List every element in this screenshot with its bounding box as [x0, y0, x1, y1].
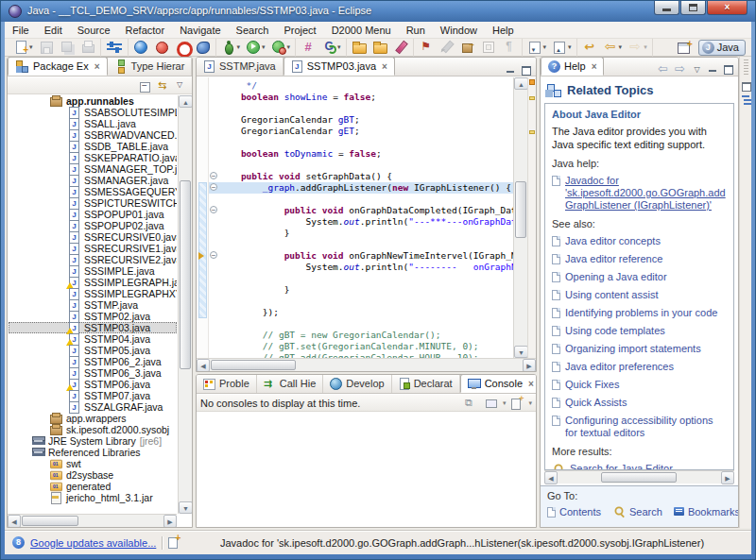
save-button[interactable]	[36, 38, 57, 57]
tab-help[interactable]: ? Help ×	[541, 57, 604, 76]
tree-item-ssmanager-java[interactable]: SSMANAGER.java	[9, 175, 177, 186]
code-area[interactable]: */ boolean showLine = false; GregorianCa…	[209, 77, 513, 358]
d2000-red-button[interactable]	[151, 38, 172, 57]
see-also-link-using-code-templates[interactable]: Using code templates	[552, 325, 727, 337]
display-selected-console-icon[interactable]	[483, 396, 499, 410]
tree-item-sssimplegraph-java[interactable]: SSSIMPLEGRAPH.java	[9, 277, 177, 288]
scroll-left-icon[interactable]: ◀	[8, 515, 21, 528]
tree-item-sspopup01-java[interactable]: SSPOPUP01.java	[9, 209, 177, 220]
fold-marker-icon[interactable]: −	[209, 205, 219, 216]
tree-item-app-runnables[interactable]: app.runnables	[9, 95, 177, 107]
scroll-right-icon[interactable]: ▶	[163, 515, 177, 528]
scroll-right-icon[interactable]: ▶	[523, 359, 536, 372]
new-wizard-button[interactable]: ▾	[10, 38, 36, 57]
tree-item-swt[interactable]: swt	[9, 458, 177, 469]
tree-item-sstmp-java[interactable]: SSTMP.java	[9, 299, 177, 311]
tree-horizontal-scrollbar[interactable]: ◀ ▶	[8, 514, 177, 527]
tree-item-generated[interactable]: generated	[9, 481, 177, 492]
debug-button[interactable]: ▾	[218, 38, 244, 57]
overview-ruler[interactable]	[527, 77, 536, 358]
menu-run[interactable]: Run	[399, 23, 433, 38]
tree-item-sstmp06-3-java[interactable]: SSTMP06_3.java	[9, 367, 177, 379]
open-perspective-button[interactable]	[674, 38, 695, 57]
d2000-badge-button[interactable]	[172, 38, 193, 57]
tree-item-sstmp04-java[interactable]: SSTMP04.java	[9, 333, 177, 345]
dropdown-arrow-icon[interactable]: ▾	[619, 43, 623, 51]
d2000-blue-button[interactable]	[193, 38, 214, 57]
see-also-link-java-editor-reference[interactable]: Java editor reference	[552, 253, 727, 265]
dropdown-arrow-icon[interactable]: ▾	[287, 43, 291, 51]
goto-bookmarks[interactable]: Bookmarks	[674, 506, 739, 518]
see-also-link-using-content-assist[interactable]: Using content assist	[552, 289, 727, 301]
minimize-view-icon[interactable]	[707, 63, 719, 75]
google-updates-link[interactable]: Google updates available...	[30, 537, 156, 549]
see-also-link-quick-fixes[interactable]: Quick Fixes	[552, 379, 727, 391]
search-for-java-editor-link[interactable]: Search for Java Editor	[552, 463, 727, 470]
menu-project[interactable]: Project	[276, 23, 323, 38]
tab-package-explorer[interactable]: Package Ex ×	[8, 57, 108, 76]
tree-vertical-scrollbar[interactable]: ▲ ▼	[178, 95, 192, 514]
package-export-button[interactable]	[457, 38, 478, 57]
browser-globe-button[interactable]	[130, 38, 151, 57]
maximize-button[interactable]	[680, 1, 706, 15]
tree-item-jericho-html-3-1-jar[interactable]: jericho_html_3.1.jar	[9, 492, 177, 503]
tree-item-sssimplegraphxy-java[interactable]: SSSIMPLEGRAPHXY.java	[9, 288, 177, 299]
help-horizontal-scrollbar[interactable]: ◀ ▶	[544, 470, 734, 484]
menu-search[interactable]: Search	[229, 23, 277, 38]
tree-item-ssall-java[interactable]: SSALL.java	[9, 118, 177, 129]
tree-item-ssbrwadvanced-java[interactable]: SSBRWADVANCED.java	[9, 129, 177, 141]
scroll-down-icon[interactable]: ▼	[179, 501, 193, 514]
run-external-button[interactable]: ▾	[268, 38, 294, 57]
tree-item-sstmp06-2-java[interactable]: SSTMP06_2.java	[9, 356, 177, 367]
highlighter-button[interactable]	[390, 38, 411, 57]
editor-vertical-scrollbar[interactable]: ▲ ▼	[513, 77, 527, 358]
menu-d2000-menu[interactable]: D2000 Menu	[324, 23, 399, 38]
frame-button[interactable]	[478, 38, 499, 57]
see-also-link-java-editor-preferences[interactable]: Java editor preferences	[552, 361, 727, 373]
new-content-icon[interactable]	[168, 537, 178, 549]
tree-item-sstmp03-java[interactable]: SSTMP03.java	[9, 322, 177, 333]
pencil-button[interactable]	[437, 38, 457, 57]
see-also-link-identifying-problems-in-your-code[interactable]: Identifying problems in your code	[552, 307, 727, 319]
tree-item-d2sysbase[interactable]: d2sysbase	[9, 469, 177, 481]
see-also-link-java-editor-concepts[interactable]: Java editor concepts	[552, 235, 727, 247]
editor-tab-sstmp-java[interactable]: SSTMP.java	[197, 57, 284, 76]
menu-edit[interactable]: Edit	[37, 23, 70, 38]
scroll-down-icon[interactable]: ▼	[514, 346, 528, 358]
maximize-view-icon[interactable]	[722, 63, 734, 75]
fold-marker-icon[interactable]: −	[209, 171, 219, 182]
tab-declarat[interactable]: Declarat	[392, 374, 460, 393]
minimize-button[interactable]	[654, 1, 679, 15]
tree-item-ssabsolutesimple-java[interactable]: SSABSOLUTESIMPLE.java	[9, 107, 177, 118]
tree-item-sstmp02-java[interactable]: SSTMP02.java	[9, 311, 177, 322]
see-also-link-organizing-import-statements[interactable]: Organizing import statements	[552, 343, 727, 355]
editor-horizontal-scrollbar[interactable]: ◀ ▶	[197, 358, 536, 371]
scroll-up-icon[interactable]: ▲	[179, 95, 193, 108]
tree-item-ssrecursive0-java[interactable]: SSRECURSIVE0.java	[9, 231, 177, 243]
open-folder-button[interactable]	[349, 38, 369, 57]
close-tab-icon[interactable]: ×	[528, 379, 534, 389]
tree-item-ssrecursive1-java[interactable]: SSRECURSIVE1.java	[9, 243, 177, 254]
tree-item-referenced-libraries[interactable]: Referenced Libraries	[9, 447, 177, 458]
minimize-view-icon[interactable]	[505, 64, 517, 76]
close-button[interactable]: ×	[707, 1, 747, 15]
scroll-left-icon[interactable]: ◀	[197, 359, 210, 372]
dropdown-arrow-icon[interactable]: ▾	[237, 43, 241, 51]
goto-contents[interactable]: Contents	[547, 506, 601, 518]
view-menu-icon[interactable]	[173, 78, 189, 93]
save-all-button[interactable]	[57, 38, 77, 57]
back-icon[interactable]	[656, 62, 670, 76]
tree-item-ssdb-table-java[interactable]: SSDB_TABLE.java	[9, 141, 177, 152]
annotation-ruler[interactable]	[197, 77, 209, 358]
fold-marker-icon[interactable]: −	[209, 250, 219, 262]
editor-tab-sstmp03-java[interactable]: SSTMP03.java×	[284, 57, 395, 76]
sliders-button[interactable]	[103, 38, 126, 57]
dropdown-arrow-icon[interactable]: ▾	[503, 399, 507, 407]
see-also-link-opening-a-java-editor[interactable]: Opening a Java editor	[552, 271, 727, 283]
code-editor[interactable]: */ boolean showLine = false; GregorianCa…	[197, 77, 536, 358]
tree-item-jre-system-library[interactable]: JRE System Library[jre6]	[9, 435, 177, 447]
last-edit-button[interactable]	[579, 38, 600, 57]
scroll-right-icon[interactable]: ▶	[721, 471, 734, 484]
dropdown-arrow-icon[interactable]: ▾	[29, 43, 33, 51]
scroll-left-icon[interactable]: ◀	[544, 471, 558, 484]
